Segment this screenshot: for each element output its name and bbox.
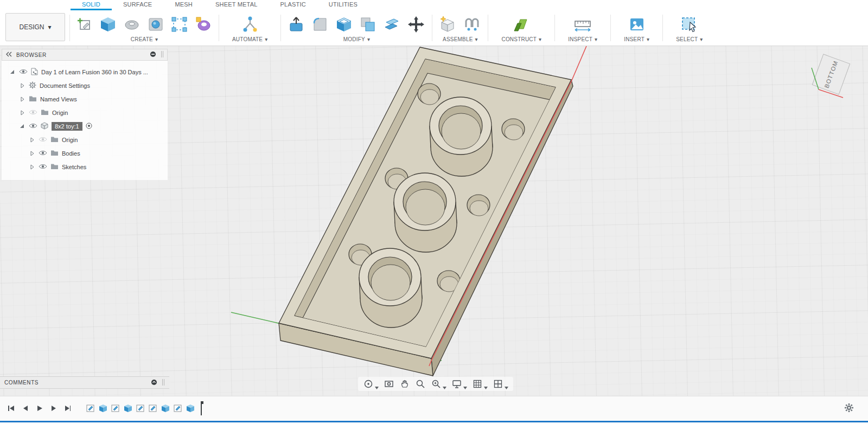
expander-collapsed-icon[interactable]: [19, 83, 25, 88]
expander-expanded-icon[interactable]: [9, 69, 16, 75]
timeline-extrude-icon[interactable]: [98, 403, 108, 413]
timeline-sketch-icon[interactable]: [173, 403, 183, 413]
assemble-menu[interactable]: ASSEMBLE▾: [443, 36, 478, 44]
dropdown-caret-icon: ▾: [700, 36, 703, 42]
modify-menu[interactable]: MODIFY▾: [343, 36, 370, 44]
tab-surface[interactable]: SURFACE: [112, 0, 163, 10]
tube[interactable]: [394, 173, 457, 252]
timeline-sketch-icon[interactable]: [148, 403, 158, 413]
timeline-sketch-icon[interactable]: [111, 403, 120, 413]
visibility-eye-icon[interactable]: [39, 163, 47, 171]
tab-plastic[interactable]: PLASTIC: [269, 0, 317, 10]
display-settings-icon[interactable]: [450, 377, 469, 390]
skip-to-end-button[interactable]: [61, 402, 74, 415]
timeline-sketch-icon[interactable]: [86, 403, 95, 413]
toolbar-group-inspect: INSPECT▾: [555, 10, 610, 46]
tree-item-origin-child[interactable]: Origin: [2, 133, 168, 146]
timeline-sketch-icon[interactable]: [136, 403, 145, 413]
pan-hand-icon[interactable]: [398, 377, 412, 390]
play-button[interactable]: [33, 402, 46, 415]
fit-icon[interactable]: [429, 377, 448, 390]
revolve-icon[interactable]: [122, 15, 142, 34]
visibility-eye-icon[interactable]: [39, 150, 47, 157]
expand-comments-icon[interactable]: [151, 379, 157, 387]
step-back-button[interactable]: [18, 402, 31, 415]
timeline-settings-gear-icon[interactable]: [844, 403, 854, 413]
grid-and-snaps-icon[interactable]: [470, 377, 489, 390]
tree-item-named-views[interactable]: Named Views: [2, 92, 168, 106]
configure-icon[interactable]: [240, 14, 260, 35]
activate-component-radio[interactable]: [86, 123, 92, 130]
insert-menu[interactable]: INSERT▾: [624, 36, 649, 44]
expander-collapsed-icon[interactable]: [19, 110, 25, 115]
tree-item-origin[interactable]: Origin: [2, 106, 168, 119]
timeline-extrude-icon[interactable]: [123, 403, 133, 413]
offset-face-icon[interactable]: [382, 15, 401, 34]
view-cube[interactable]: BOTTOM: [800, 46, 865, 111]
viewports-icon[interactable]: [491, 377, 510, 390]
tab-sheet-metal[interactable]: SHEET METAL: [204, 0, 269, 10]
panel-grip-icon[interactable]: [161, 50, 164, 59]
look-at-icon[interactable]: [382, 377, 396, 390]
tab-utilities[interactable]: UTILITIES: [317, 0, 369, 10]
create-menu[interactable]: CREATE▾: [131, 36, 158, 44]
tree-item-label: 8x2 toy:1: [52, 122, 82, 131]
measure-icon[interactable]: [572, 14, 593, 35]
shell-icon[interactable]: [334, 15, 354, 34]
tree-item-component-8x2-toy[interactable]: 8x2 toy:1: [2, 119, 168, 133]
expander-collapsed-icon[interactable]: [29, 151, 35, 156]
tree-item-bodies[interactable]: Bodies: [2, 146, 168, 160]
construction-plane-icon[interactable]: [511, 14, 532, 35]
rectangular-pattern-icon[interactable]: [170, 15, 189, 34]
move-copy-icon[interactable]: [406, 14, 426, 35]
tube[interactable]: [359, 248, 422, 328]
timeline-extrude-icon[interactable]: [161, 403, 170, 413]
step-forward-button[interactable]: [47, 402, 60, 415]
tab-mesh[interactable]: MESH: [163, 0, 204, 10]
tree-item-sketches[interactable]: Sketches: [2, 160, 168, 174]
skip-to-start-button[interactable]: [4, 402, 17, 415]
visibility-eye-icon[interactable]: [19, 68, 28, 76]
expander-collapsed-icon[interactable]: [19, 97, 25, 102]
browser-header[interactable]: BROWSER: [2, 49, 168, 61]
insert-image-icon[interactable]: [627, 15, 647, 34]
expander-collapsed-icon[interactable]: [29, 164, 35, 170]
tree-item-document-settings[interactable]: Document Settings: [2, 79, 168, 92]
3d-viewport[interactable]: BROWSER Day 1 of Learn Fusion 360 in 30 …: [0, 46, 868, 396]
panel-grip-icon[interactable]: [162, 378, 165, 387]
visibility-eye-hidden-icon[interactable]: [39, 136, 47, 144]
expander-expanded-icon[interactable]: [19, 124, 25, 129]
comments-title: COMMENTS: [4, 380, 39, 386]
select-menu[interactable]: SELECT▾: [676, 36, 703, 44]
toolbar-row: DESIGN ▾ CREATE▾: [0, 10, 868, 46]
select-cursor-icon[interactable]: [680, 15, 699, 34]
expander-collapsed-icon[interactable]: [29, 137, 35, 143]
create-sketch-icon[interactable]: [75, 15, 94, 34]
dropdown-caret-icon: ▾: [647, 36, 649, 42]
press-pull-icon[interactable]: [286, 15, 306, 34]
hole-icon[interactable]: [146, 15, 165, 34]
timeline-extrude-icon[interactable]: [186, 403, 195, 413]
comments-bar[interactable]: COMMENTS: [0, 376, 169, 389]
construct-menu[interactable]: CONSTRUCT▾: [501, 36, 541, 44]
tree-item-root[interactable]: Day 1 of Learn Fusion 360 in 30 Days ...: [2, 65, 168, 79]
collapse-left-icon[interactable]: [5, 52, 12, 58]
minimize-panel-icon[interactable]: [150, 51, 156, 59]
tube[interactable]: [430, 97, 493, 176]
fillet-icon[interactable]: [310, 15, 330, 34]
joint-icon[interactable]: [462, 14, 482, 35]
timeline-position-marker[interactable]: [198, 400, 205, 416]
extrude-icon[interactable]: [98, 15, 118, 34]
inspect-menu[interactable]: INSPECT▾: [568, 36, 597, 44]
combine-icon[interactable]: [358, 15, 378, 34]
orbit-icon[interactable]: [361, 377, 380, 390]
visibility-eye-hidden-icon[interactable]: [29, 109, 37, 117]
automate-menu[interactable]: AUTOMATE▾: [232, 36, 267, 44]
design-menu-button[interactable]: DESIGN ▾: [5, 13, 65, 41]
folder-icon: [41, 109, 49, 117]
coil-icon[interactable]: [194, 15, 213, 34]
visibility-eye-icon[interactable]: [29, 123, 37, 130]
tab-solid[interactable]: SOLID: [71, 0, 112, 10]
zoom-icon[interactable]: [413, 377, 427, 390]
new-component-icon[interactable]: [438, 15, 457, 34]
